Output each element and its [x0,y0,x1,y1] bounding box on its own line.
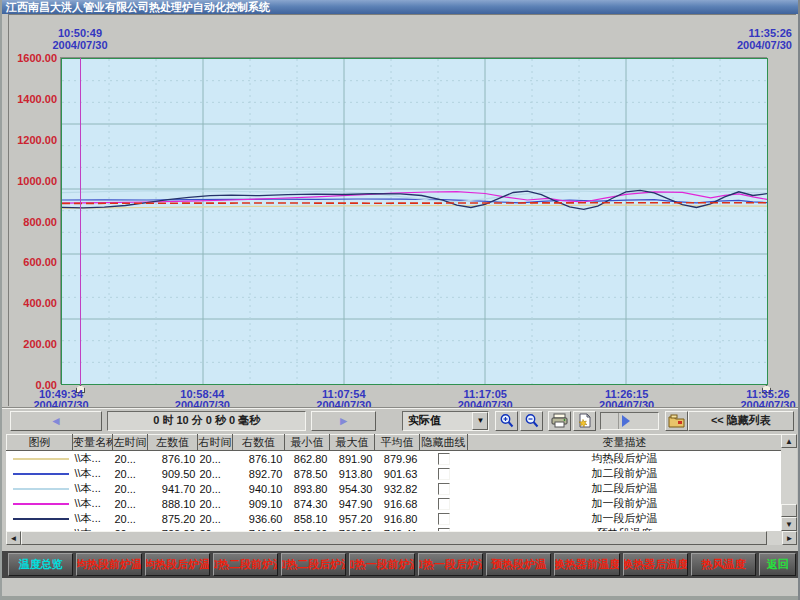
nav-button-均热段前炉温[interactable]: 均热段前炉温 [76,553,141,576]
window-title: 江西南昌大洪人管业有限公司热处理炉自动化控制系统 [6,1,270,13]
y-axis-tick-label: 1400.00 [11,93,57,105]
trend-series-加一段前炉温 [62,192,767,204]
time-span-value: 0 时 10 分 0 秒 0 毫秒 [153,413,260,428]
legend-line [13,488,69,490]
scroll-left-button[interactable]: ◄ [10,411,102,431]
column-header-平均值[interactable]: 平均值 [375,435,420,451]
table-body: \\本...20...876.1020...876.10862.80891.90… [7,451,782,542]
time-span-field[interactable]: 0 时 10 分 0 秒 0 毫秒 [107,411,306,431]
nav-button-加热二段后炉温[interactable]: 加热二段后炉温 [281,553,346,576]
table-row: \\本...20...941.7020...940.10893.80954.30… [7,481,782,496]
main-window: 江西南昌大洪人管业有限公司热处理炉自动化控制系统 10:50:49 2004/0… [0,0,800,600]
legend-line [13,458,69,460]
scroll-up-icon[interactable]: ▲ [781,434,797,448]
trend-chart-region: 10:50:49 2004/07/30 11:35:26 2004/07/30 … [8,14,796,406]
right-edge-date: 2004/07/30 [672,39,792,51]
table-horizontal-scrollbar[interactable]: ◄ ► [6,531,797,545]
table-row: \\本...20...909.5020...892.70878.50913.80… [7,466,782,481]
y-axis-tick-label: 400.00 [11,297,57,309]
hide-list-label: << 隐藏列表 [711,413,771,428]
nav-button-均热段后炉温[interactable]: 均热段后炉温 [145,553,210,576]
printer-icon [551,413,568,428]
value-mode-combo[interactable]: 实际值 ▼ [402,411,489,431]
left-arrow-icon: ◄ [50,415,62,427]
nav-button-返回[interactable]: 返回 [759,553,796,576]
column-header-左数值[interactable]: 左数值 [148,435,198,451]
folder-icon [668,413,685,428]
trend-series-unnamed [62,203,767,204]
right-edge-time: 11:35:26 [672,27,792,39]
trend-plot[interactable] [61,58,768,385]
hide-curve-checkbox[interactable] [438,513,450,525]
nav-button-温度总览[interactable]: 温度总览 [8,553,73,576]
export-icon [576,413,592,428]
zoom-out-button[interactable] [520,411,543,431]
value-mode-selected: 实际值 [403,413,472,428]
column-header-最小值[interactable]: 最小值 [285,435,330,451]
y-axis-tick-label: 1000.00 [11,175,57,187]
chevron-down-icon[interactable]: ▼ [472,412,488,430]
left-cursor-time: 10:50:49 [25,27,135,39]
nav-button-换热器前温度[interactable]: 换热器前温度 [554,553,619,576]
column-header-变量描述[interactable]: 变量描述 [468,435,782,451]
schedule-button[interactable] [665,411,688,431]
zoom-in-button[interactable] [495,411,518,431]
hide-list-button[interactable]: << 隐藏列表 [688,411,794,431]
table-row: \\本...20...888.1020...909.10874.30947.90… [7,496,782,511]
table-vertical-scrollbar[interactable]: ▲ ▼ [781,434,797,531]
y-axis-tick-label: 800.00 [11,216,57,228]
column-header-变量名称[interactable]: 变量名称 [73,435,113,451]
nav-button-换热器后温度[interactable]: 换热器后温度 [623,553,688,576]
scroll-left-icon[interactable]: ◄ [6,531,21,545]
column-header-右数值[interactable]: 右数值 [233,435,285,451]
nav-button-加热一段后炉温[interactable]: 加热一段后炉温 [418,553,483,576]
nav-button-加热一段前炉温[interactable]: 加热一段前炉温 [349,553,414,576]
scroll-down-icon[interactable]: ▼ [781,517,797,531]
navigation-bar: 温度总览均热段前炉温均热段后炉温加热二段前炉温加热二段后炉温加热一段前炉温加热一… [2,551,800,578]
print-button[interactable] [548,411,571,431]
time-cursor-line[interactable] [80,58,81,385]
scroll-right-icon[interactable]: ► [782,531,797,545]
left-cursor-date: 2004/07/30 [25,39,135,51]
left-cursor-timestamp: 10:50:49 2004/07/30 [25,27,135,51]
variable-table: 图例变量名称左时间左数值右时间右数值最小值最大值平均值隐藏曲线变量描述 \\本.… [6,434,797,545]
nav-button-热风温度[interactable]: 热风温度 [691,553,756,576]
status-strip [2,578,800,600]
nav-button-加热二段前炉温[interactable]: 加热二段前炉温 [213,553,278,576]
legend-line [13,473,69,475]
export-button[interactable] [573,411,596,431]
zoom-out-icon [524,413,540,428]
play-icon [622,415,630,427]
legend-line [13,518,69,520]
column-header-右时间[interactable]: 右时间 [198,435,233,451]
playback-progress-bar[interactable] [600,412,659,430]
hide-curve-checkbox[interactable] [438,483,450,495]
y-axis-tick-label: 1200.00 [11,134,57,146]
variable-grid: 图例变量名称左时间左数值右时间右数值最小值最大值平均值隐藏曲线变量描述 \\本.… [6,434,782,541]
column-header-左时间[interactable]: 左时间 [113,435,148,451]
y-axis-tick-label: 200.00 [11,338,57,350]
y-axis-tick-label: 1600.00 [11,52,57,64]
hide-curve-checkbox[interactable] [438,453,450,465]
title-bar: 江西南昌大洪人管业有限公司热处理炉自动化控制系统 [2,0,800,14]
progress-segment [601,413,619,429]
trend-series-均热段后炉温 [62,205,767,208]
nav-button-预热段炉温[interactable]: 预热段炉温 [486,553,551,576]
hide-curve-checkbox[interactable] [438,498,450,510]
table-row: \\本...20...875.2020...936.60858.10957.20… [7,511,782,526]
column-header-隐藏曲线[interactable]: 隐藏曲线 [420,435,468,451]
trend-svg [62,59,767,384]
column-header-图例[interactable]: 图例 [7,435,73,451]
hide-curve-checkbox[interactable] [438,468,450,480]
zoom-in-icon [499,413,515,428]
right-edge-timestamp: 11:35:26 2004/07/30 [672,27,792,51]
horizontal-scroll-thumb[interactable] [21,531,767,545]
right-arrow-icon: ► [338,415,350,427]
legend-line [13,503,69,505]
column-header-最大值[interactable]: 最大值 [330,435,375,451]
vertical-scroll-thumb[interactable] [781,504,797,517]
y-axis-tick-label: 600.00 [11,256,57,268]
trend-toolbar: ◄ 0 时 10 分 0 秒 0 毫秒 ► 实际值 ▼ [2,407,800,433]
scroll-right-button[interactable]: ► [311,411,376,431]
table-header-row: 图例变量名称左时间左数值右时间右数值最小值最大值平均值隐藏曲线变量描述 [7,435,782,451]
